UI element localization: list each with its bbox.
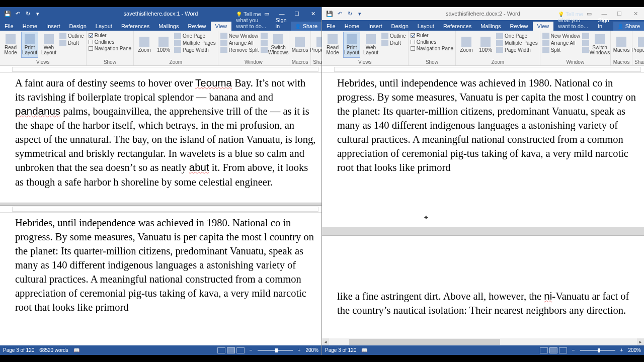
reset-position-icon[interactable] [261,47,268,53]
share-button[interactable]: Share [613,22,644,31]
web-layout-view-icon[interactable] [236,347,245,353]
zoom-100-button[interactable]: 100% [155,32,172,58]
reset-position-icon[interactable] [582,47,589,53]
share-button[interactable]: Share [291,22,321,31]
qat-customize-icon[interactable]: ▾ [34,10,41,17]
split-pane-bottom[interactable]: Hebrides, until independence was achieve… [0,213,321,345]
zoom-in-icon[interactable]: + [298,347,301,353]
nav-pane-checkbox[interactable]: Navigation Pane [411,46,453,51]
tab-view[interactable]: View [211,22,232,31]
status-zoom[interactable]: 200% [305,347,318,353]
print-layout-view-icon[interactable] [227,347,235,353]
tab-design[interactable]: Design [387,22,413,31]
split-pane-top[interactable]: A faint aura of destiny seems to hover o… [0,73,321,203]
properties-button[interactable]: Properties [634,32,644,58]
document-text[interactable]: Hebrides, until independence was achieve… [0,213,321,319]
page-width-button[interactable]: Page Width [496,47,538,53]
read-mode-view-icon[interactable] [540,347,548,353]
draft-button[interactable]: Draft [59,40,84,46]
page-lower[interactable]: like a fine astringent dirt. Above all, … [322,236,644,338]
document-text[interactable]: Hebrides, until independence was achieve… [322,73,644,179]
arrange-all-button[interactable]: Arrange All [542,40,580,46]
zoom-out-icon[interactable]: − [250,347,253,353]
zoom-button[interactable]: Zoom [136,32,153,58]
zoom-slider[interactable] [580,350,615,351]
status-page[interactable]: Page 3 of 120 [3,347,34,353]
scroll-thumb[interactable] [349,339,500,345]
ruler-checkbox[interactable]: Ruler [411,33,453,38]
tab-layout[interactable]: Layout [413,22,439,31]
maximize-icon[interactable]: ☐ [289,7,304,20]
read-mode-button[interactable]: Read Mode [324,32,341,58]
tab-insert[interactable]: Insert [364,22,387,31]
zoom-out-icon[interactable]: − [572,347,575,353]
save-icon[interactable]: 💾 [4,10,11,17]
close-icon[interactable]: ✕ [627,7,644,20]
one-page-button[interactable]: One Page [496,33,538,39]
qat-customize-icon[interactable]: ▾ [356,10,363,17]
undo-icon[interactable]: ↶ [14,10,21,17]
redo-icon[interactable]: ↻ [346,10,353,17]
outline-button[interactable]: Outline [381,33,406,39]
new-window-button[interactable]: New Window [542,33,580,39]
draft-button[interactable]: Draft [381,40,406,46]
tab-insert[interactable]: Insert [42,22,65,31]
status-words[interactable]: 68520 words [39,347,68,353]
print-layout-view-icon[interactable] [549,347,557,353]
ruler[interactable] [322,66,644,73]
status-page[interactable]: Page 3 of 120 [325,347,356,353]
print-layout-button[interactable]: Print Layout [21,32,38,58]
read-mode-view-icon[interactable] [217,347,225,353]
tab-review[interactable]: Review [506,22,533,31]
maximize-icon[interactable]: ☐ [612,7,627,20]
new-window-button[interactable]: New Window [220,33,259,39]
print-layout-button[interactable]: Print Layout [343,32,360,58]
page-upper[interactable]: Hebrides, until independence was achieve… [322,73,644,227]
tab-references[interactable]: References [117,22,154,31]
tab-references[interactable]: References [439,22,476,31]
tell-me[interactable]: Tell me what you want to do... [553,10,594,31]
web-layout-button[interactable]: Web Layout [362,32,379,58]
ruler-bottom-split[interactable] [0,206,321,213]
page-width-button[interactable]: Page Width [174,47,216,53]
macros-button[interactable]: Macros [613,32,630,58]
redo-icon[interactable]: ↻ [24,10,31,17]
close-icon[interactable]: ✕ [304,7,321,20]
side-by-side-icon[interactable] [582,33,589,39]
document-text[interactable]: like a fine astringent dirt. Above all, … [322,286,644,321]
ruler-checkbox[interactable]: Ruler [89,33,131,38]
status-zoom[interactable]: 200% [628,347,641,353]
tab-mailings[interactable]: Mailings [154,22,183,31]
nav-pane-checkbox[interactable]: Navigation Pane [89,46,131,51]
scroll-left-icon[interactable]: ◄ [322,338,329,345]
web-layout-view-icon[interactable] [559,347,567,353]
tab-home[interactable]: Home [340,22,364,31]
web-layout-button[interactable]: Web Layout [40,32,57,58]
tab-layout[interactable]: Layout [91,22,117,31]
sign-in[interactable]: Sign in [272,16,291,31]
proofing-icon[interactable]: 📖 [73,347,79,353]
side-by-side-icon[interactable] [261,33,268,39]
ruler-top[interactable] [0,66,321,73]
horizontal-scrollbar[interactable]: ◄ ► [322,338,644,345]
tab-design[interactable]: Design [65,22,91,31]
multi-page-button[interactable]: Multiple Pages [174,40,216,46]
tell-me[interactable]: Tell me what you want to do... [231,10,271,31]
switch-windows-button[interactable]: Switch Windows [270,32,287,58]
zoom-slider[interactable] [258,350,293,351]
sync-scroll-icon[interactable] [261,40,268,46]
tab-file[interactable]: File [322,22,340,31]
multi-page-button[interactable]: Multiple Pages [496,40,538,46]
zoom-button[interactable]: Zoom [458,32,475,58]
document-text[interactable]: A faint aura of destiny seems to hover o… [0,73,321,203]
tab-home[interactable]: Home [18,22,42,31]
outline-button[interactable]: Outline [59,33,84,39]
macros-button[interactable]: Macros [291,32,308,58]
remove-split-button[interactable]: Remove Split [220,47,259,53]
zoom-100-button[interactable]: 100% [477,32,494,58]
scroll-right-icon[interactable]: ► [637,338,644,345]
arrange-all-button[interactable]: Arrange All [220,40,259,46]
proofing-icon[interactable]: 📖 [361,347,367,353]
gridlines-checkbox[interactable]: Gridlines [411,39,453,45]
read-mode-button[interactable]: Read Mode [2,32,19,58]
